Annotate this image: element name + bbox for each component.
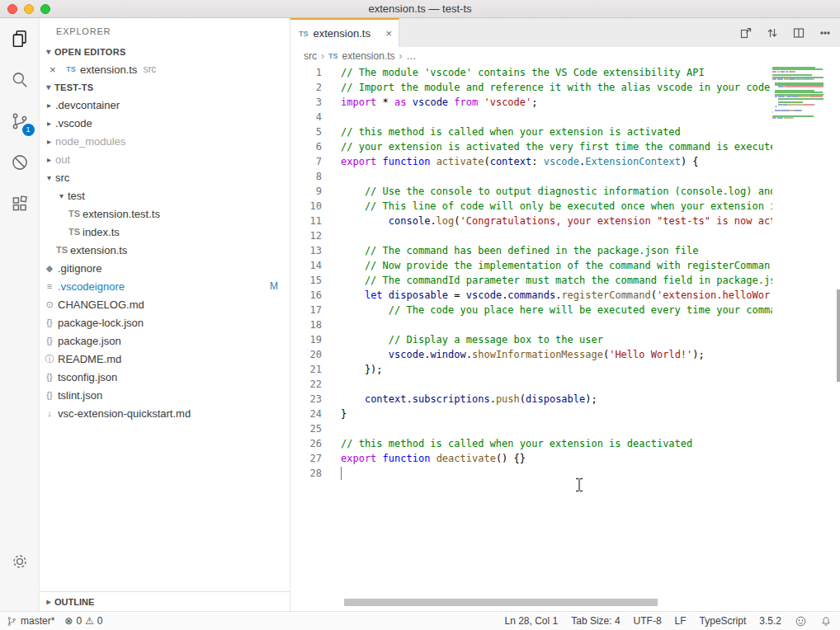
git-icon: ◆: [43, 263, 56, 274]
tree-item-package.json[interactable]: {}package.json: [40, 331, 290, 350]
code-line-28[interactable]: [341, 466, 840, 481]
breadcrumb-more[interactable]: …: [407, 50, 417, 62]
git-branch-status[interactable]: master*: [7, 615, 54, 628]
language-mode-status[interactable]: TypeScript: [700, 615, 747, 627]
tree-item-.vscode[interactable]: ▸.vscode: [40, 114, 290, 132]
code-line-26[interactable]: // this method is called when your exten…: [341, 436, 840, 451]
tree-item-out[interactable]: ▸out: [40, 150, 290, 168]
code-line-21[interactable]: });: [341, 362, 840, 377]
encoding-status[interactable]: UTF-8: [634, 615, 662, 627]
code-line-9[interactable]: // Use the console to output diagnostic …: [341, 184, 840, 199]
code-line-12[interactable]: [341, 228, 840, 243]
horizontal-scrollbar[interactable]: [344, 599, 658, 606]
tab-label: extension.ts: [314, 27, 370, 40]
feedback-smiley-icon[interactable]: [795, 615, 807, 628]
explorer-icon[interactable]: [7, 28, 33, 69]
problems-status[interactable]: ⊗ 0 ⚠ 0: [64, 615, 102, 627]
source-control-badge: 1: [22, 124, 35, 136]
section-open-editors[interactable]: ▾ OPEN EDITORS: [40, 43, 290, 60]
notifications-bell-icon[interactable]: [820, 615, 832, 628]
ignore-icon: ≡: [43, 281, 56, 291]
chevron-right-icon: ▸: [43, 119, 55, 128]
tree-item-extension.ts[interactable]: TSextension.ts: [40, 241, 290, 259]
open-editor-item[interactable]: × TS extension.ts src: [40, 60, 290, 78]
code-line-6[interactable]: // your extension is activated the very …: [341, 139, 840, 154]
tree-item-label: extension.test.ts: [83, 208, 160, 220]
section-project[interactable]: ▾ TEST-TS: [40, 78, 290, 96]
more-actions-icon[interactable]: [819, 26, 832, 40]
tree-item-vsc-extension-quickstart.md[interactable]: ↓vsc-extension-quickstart.md: [40, 404, 290, 422]
editor-body[interactable]: 1234567891011121314151617181920212223242…: [290, 65, 840, 611]
line-number: 12: [290, 228, 322, 243]
breadcrumb[interactable]: src › TS extension.ts › …: [290, 47, 840, 65]
vertical-scrollbar[interactable]: [837, 289, 840, 382]
code-lines[interactable]: // The module 'vscode' contains the VS C…: [341, 65, 840, 611]
typescript-icon: TS: [64, 65, 78, 73]
json-icon: {}: [43, 372, 56, 382]
close-icon[interactable]: ×: [50, 63, 61, 76]
tree-item-package-lock.json[interactable]: {}package-lock.json: [40, 313, 290, 331]
settings-gear-icon[interactable]: [7, 552, 33, 593]
open-changes-icon[interactable]: [739, 26, 753, 40]
code-line-14[interactable]: // Now provide the implementation of the…: [341, 258, 840, 273]
tree-item-index.ts[interactable]: TSindex.ts: [40, 223, 290, 241]
code-line-3[interactable]: import * as vscode from 'vscode';: [341, 95, 840, 110]
source-control-icon[interactable]: 1: [7, 110, 33, 152]
synchronize-changes-icon[interactable]: [766, 26, 779, 40]
split-editor-icon[interactable]: [792, 26, 805, 40]
code-line-7[interactable]: export function activate(context: vscode…: [341, 154, 840, 169]
tree-item-node_modules[interactable]: ▸node_modules: [40, 132, 290, 150]
debug-icon[interactable]: [7, 152, 33, 193]
breadcrumb-folder[interactable]: src: [304, 50, 317, 62]
code-line-5[interactable]: // this method is called when your exten…: [341, 125, 840, 139]
status-bar: master* ⊗ 0 ⚠ 0 Ln 28, Col 1 Tab Size: 4…: [0, 611, 840, 630]
tree-item-label: .vscode: [55, 117, 92, 129]
tab-extension-ts[interactable]: TS extension.ts ×: [290, 18, 399, 47]
minimap[interactable]: [772, 65, 832, 611]
tree-item-test[interactable]: ▾test: [40, 186, 290, 205]
tree-item-src[interactable]: ▾src: [40, 168, 290, 186]
eol-status[interactable]: LF: [675, 615, 687, 627]
tree-item-label: test: [68, 190, 85, 202]
code-line-20[interactable]: vscode.window.showInformationMessage('He…: [341, 347, 840, 362]
line-number: 3: [290, 95, 322, 110]
code-line-2[interactable]: // Import the module and reference it wi…: [341, 80, 840, 95]
code-line-13[interactable]: // The command has been defined in the p…: [341, 243, 840, 258]
section-label: TEST-TS: [54, 82, 93, 92]
code-line-10[interactable]: // This line of code will only be execut…: [341, 199, 840, 214]
code-line-24[interactable]: }: [341, 407, 840, 421]
cursor-position-status[interactable]: Ln 28, Col 1: [504, 615, 558, 627]
tree-item-README.md[interactable]: ⓘREADME.md: [40, 350, 290, 368]
gutter: 1234567891011121314151617181920212223242…: [290, 65, 341, 611]
code-line-4[interactable]: [341, 110, 840, 125]
extensions-icon[interactable]: [7, 193, 33, 234]
code-line-23[interactable]: context.subscriptions.push(disposable);: [341, 392, 840, 407]
tree-item-tsconfig.json[interactable]: {}tsconfig.json: [40, 368, 290, 386]
code-line-15[interactable]: // The commandId parameter must match th…: [341, 273, 840, 288]
code-line-19[interactable]: // Display a message box to the user: [341, 332, 840, 347]
typescript-version-status[interactable]: 3.5.2: [759, 615, 781, 627]
code-line-1[interactable]: // The module 'vscode' contains the VS C…: [341, 65, 840, 80]
tree-item-.devcontainer[interactable]: ▸.devcontainer: [40, 96, 290, 114]
info-icon: ⓘ: [43, 353, 56, 365]
tree-item-extension.test.ts[interactable]: TSextension.test.ts: [40, 205, 290, 223]
chevron-right-icon: ▸: [43, 101, 55, 110]
code-line-18[interactable]: [341, 317, 840, 332]
code-line-16[interactable]: let disposable = vscode.commands.registe…: [341, 288, 840, 303]
tree-item-CHANGELOG.md[interactable]: ⊙CHANGELOG.md: [40, 295, 290, 313]
code-line-27[interactable]: export function deactivate() {}: [341, 451, 840, 466]
line-number: 8: [290, 169, 322, 184]
close-tab-icon[interactable]: ×: [385, 27, 392, 40]
tree-item-.vscodeignore[interactable]: ≡.vscodeignoreM: [40, 277, 290, 295]
code-line-11[interactable]: console.log('Congratulations, your exten…: [341, 214, 840, 228]
tree-item-tslint.json[interactable]: {}tslint.json: [40, 386, 290, 404]
breadcrumb-file[interactable]: extension.ts: [342, 50, 395, 62]
code-line-17[interactable]: // The code you place here will be execu…: [341, 303, 840, 317]
tree-item-.gitignore[interactable]: ◆.gitignore: [40, 259, 290, 277]
code-line-8[interactable]: [341, 169, 840, 184]
code-line-25[interactable]: [341, 421, 840, 436]
section-outline[interactable]: ▸ OUTLINE: [40, 591, 290, 611]
indentation-status[interactable]: Tab Size: 4: [571, 615, 620, 627]
search-icon[interactable]: [7, 69, 33, 110]
code-line-22[interactable]: [341, 377, 840, 392]
